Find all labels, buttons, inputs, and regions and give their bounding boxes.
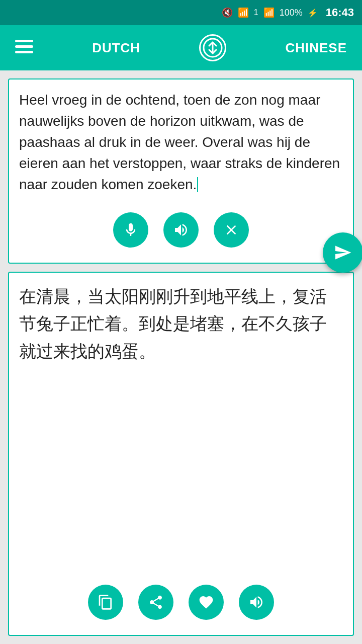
- share-translation-button[interactable]: [138, 585, 173, 620]
- swap-languages-button[interactable]: [199, 34, 226, 61]
- translation-actions: [19, 585, 343, 625]
- translation-panel: 在清晨，当太阳刚刚升到地平线上，复活节兔子正忙着。到处是堵塞，在不久孩子就过来找…: [8, 272, 354, 636]
- text-cursor: [197, 177, 198, 192]
- top-bar: DUTCH CHINESE: [0, 25, 362, 70]
- microphone-button[interactable]: [113, 212, 148, 248]
- source-panel: Heel vroeg in de ochtend, toen de zon no…: [8, 78, 354, 264]
- main-content: Heel vroeg in de ochtend, toen de zon no…: [0, 70, 362, 644]
- translated-text: 在清晨，当太阳刚刚升到地平线上，复活节兔子正忙着。到处是堵塞，在不久孩子就过来找…: [19, 283, 343, 575]
- mute-icon: 🔇: [222, 7, 233, 18]
- battery-text: 100%: [280, 8, 303, 18]
- copy-translation-button[interactable]: [88, 585, 123, 620]
- source-actions: [19, 212, 343, 253]
- source-text-content: Heel vroeg in de ochtend, toen de zon no…: [19, 92, 340, 192]
- translate-send-button[interactable]: [323, 232, 362, 273]
- bolt-icon: ⚡: [308, 8, 318, 18]
- speak-translation-button[interactable]: [239, 585, 274, 620]
- status-bar: 🔇 📶 1 📶 100% ⚡ 16:43: [0, 0, 362, 25]
- source-language-label[interactable]: DUTCH: [92, 40, 140, 56]
- sim-icon: 1: [254, 8, 258, 17]
- clock-display: 16:43: [326, 6, 354, 19]
- wifi-icon: 📶: [238, 7, 249, 18]
- source-text[interactable]: Heel vroeg in de ochtend, toen de zon no…: [19, 90, 343, 200]
- svg-rect-2: [15, 51, 33, 53]
- svg-rect-0: [15, 40, 33, 42]
- favorite-translation-button[interactable]: [189, 585, 224, 620]
- target-language-label[interactable]: CHINESE: [285, 40, 347, 56]
- signal-icon: 📶: [263, 7, 275, 18]
- svg-rect-1: [15, 45, 33, 48]
- speak-source-button[interactable]: [163, 212, 199, 248]
- menu-icon[interactable]: [15, 40, 33, 56]
- clear-source-button[interactable]: [214, 212, 249, 248]
